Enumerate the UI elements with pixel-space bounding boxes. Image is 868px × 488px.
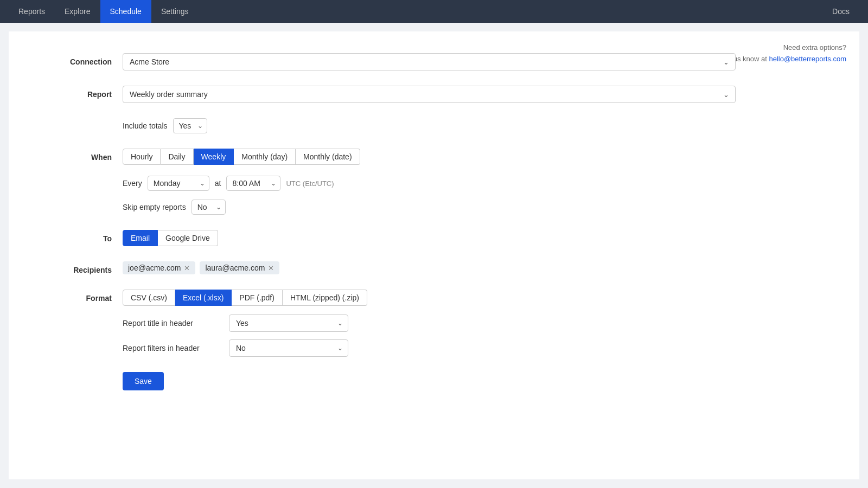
nav-item-schedule[interactable]: Schedule — [100, 0, 151, 23]
include-totals-row: Include totals YesNo ⌄ — [123, 118, 838, 133]
format-toggle-csv---csv-[interactable]: CSV (.csv) — [123, 290, 175, 306]
when-toggle-group: HourlyDailyWeeklyMonthly (day)Monthly (d… — [123, 149, 360, 165]
report-filters-label: Report filters in header — [123, 344, 220, 352]
format-label: Format — [30, 290, 123, 303]
nav-item-explore[interactable]: Explore — [55, 0, 100, 23]
to-toggle-google-drive[interactable]: Google Drive — [158, 230, 218, 246]
header-options: Report title in header YesNo ⌄ Report fi… — [123, 314, 367, 357]
save-row: Save — [123, 372, 838, 390]
report-title-select[interactable]: YesNo — [229, 314, 348, 332]
time-select[interactable]: 12:00 AM1:00 AM2:00 AM3:00 AM4:00 AM5:00… — [226, 176, 280, 191]
report-select[interactable]: Weekly order summary — [123, 86, 736, 103]
recipients-label: Recipients — [30, 261, 123, 274]
report-title-row: Report title in header YesNo ⌄ — [123, 314, 367, 332]
format-toggle-excel---xlsx-[interactable]: Excel (.xlsx) — [175, 290, 232, 306]
when-toggle-monthly--date-[interactable]: Monthly (date) — [296, 149, 360, 165]
main-content: Need extra options? Let us know at hello… — [9, 31, 859, 479]
include-totals-label: Include totals — [123, 121, 168, 130]
format-toggle-pdf---pdf-[interactable]: PDF (.pdf) — [232, 290, 283, 306]
when-toggle-daily[interactable]: Daily — [161, 149, 193, 165]
to-toggle-group: EmailGoogle Drive — [123, 230, 218, 246]
time-select-wrapper: 12:00 AM1:00 AM2:00 AM3:00 AM4:00 AM5:00… — [226, 176, 280, 191]
recipients-area: joe@acme.com✕laura@acme.com✕ — [123, 261, 279, 274]
format-row: Format CSV (.csv)Excel (.xlsx)PDF (.pdf)… — [30, 290, 838, 357]
include-totals-select-wrapper: YesNo ⌄ — [173, 118, 207, 133]
recipient-email: joe@acme.com — [128, 264, 181, 272]
connection-select-wrapper: Acme Store ⌄ — [123, 53, 736, 70]
when-toggle-hourly[interactable]: Hourly — [123, 149, 161, 165]
nav-item-docs[interactable]: Docs — [822, 0, 859, 23]
connection-row: Connection Acme Store ⌄ — [30, 53, 838, 70]
recipients-row: Recipients joe@acme.com✕laura@acme.com✕ — [30, 261, 838, 274]
timezone-label: UTC (Etc/UTC) — [286, 179, 334, 188]
recipient-remove-button[interactable]: ✕ — [184, 264, 190, 272]
skip-row: Skip empty reports NoYes ⌄ — [123, 200, 360, 215]
when-row: When HourlyDailyWeeklyMonthly (day)Month… — [30, 149, 838, 215]
report-select-wrapper: Weekly order summary ⌄ — [123, 86, 736, 103]
report-row: Report Weekly order summary ⌄ — [30, 86, 838, 103]
report-title-label: Report title in header — [123, 319, 220, 328]
nav-item-settings[interactable]: Settings — [151, 0, 199, 23]
report-label: Report — [30, 86, 123, 99]
recipient-tag: laura@acme.com✕ — [200, 261, 279, 274]
skip-select[interactable]: NoYes — [192, 200, 226, 215]
connection-label: Connection — [30, 53, 123, 66]
when-label: When — [30, 149, 123, 162]
recipient-email: laura@acme.com — [205, 264, 265, 272]
format-section: CSV (.csv)Excel (.xlsx)PDF (.pdf)HTML (z… — [123, 290, 367, 357]
save-button[interactable]: Save — [123, 372, 164, 390]
skip-select-wrapper: NoYes ⌄ — [192, 200, 226, 215]
when-toggle-monthly--day-[interactable]: Monthly (day) — [234, 149, 296, 165]
nav-item-reports[interactable]: Reports — [9, 0, 55, 23]
when-toggle-weekly[interactable]: Weekly — [194, 149, 234, 165]
skip-label: Skip empty reports — [123, 203, 186, 211]
to-label: To — [30, 230, 123, 243]
extra-options: Need extra options? Let us know at hello… — [722, 42, 846, 65]
report-filters-select-wrapper: YesNo ⌄ — [229, 339, 348, 357]
day-select[interactable]: MondayTuesdayWednesdayThursdayFridaySatu… — [148, 176, 209, 191]
format-toggle-html--zipped----zip-[interactable]: HTML (zipped) (.zip) — [283, 290, 367, 306]
day-select-wrapper: MondayTuesdayWednesdayThursdayFridaySatu… — [148, 176, 209, 191]
connection-select[interactable]: Acme Store — [123, 53, 736, 70]
when-section: HourlyDailyWeeklyMonthly (day)Monthly (d… — [123, 149, 360, 215]
to-row: To EmailGoogle Drive — [30, 230, 838, 246]
at-label: at — [215, 179, 221, 188]
include-totals-select[interactable]: YesNo — [173, 118, 207, 133]
report-title-select-wrapper: YesNo ⌄ — [229, 314, 348, 332]
every-label: Every — [123, 179, 142, 188]
report-filters-select[interactable]: YesNo — [229, 339, 348, 357]
top-nav: ReportsExploreScheduleSettingsDocs — [0, 0, 868, 23]
every-row: Every MondayTuesdayWednesdayThursdayFrid… — [123, 176, 360, 191]
to-toggle-email[interactable]: Email — [123, 230, 158, 246]
recipient-tag: joe@acme.com✕ — [123, 261, 195, 274]
recipient-remove-button[interactable]: ✕ — [268, 264, 274, 272]
report-filters-row: Report filters in header YesNo ⌄ — [123, 339, 367, 357]
format-toggle-group: CSV (.csv)Excel (.xlsx)PDF (.pdf)HTML (z… — [123, 290, 367, 306]
